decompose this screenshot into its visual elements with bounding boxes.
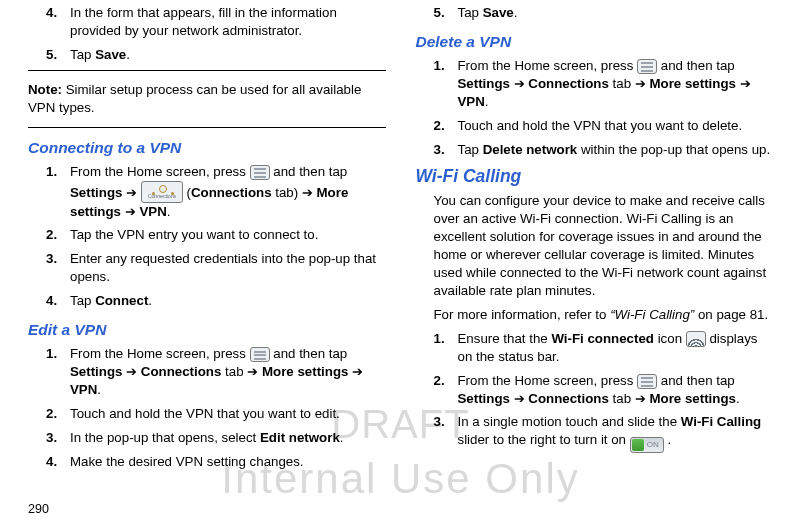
step-text: From the Home screen, press and then tap… — [70, 163, 386, 221]
text: and then tap — [657, 373, 735, 388]
bold-text: Settings — [458, 391, 510, 406]
bold-text: Settings — [458, 76, 510, 91]
list-item: 5. Tap Save. — [46, 46, 386, 64]
list-item: 2. Tap the VPN entry you want to connect… — [46, 226, 386, 244]
arrow: ➔ — [510, 391, 528, 406]
step-number: 3. — [46, 429, 70, 447]
step-text: Tap Save. — [70, 46, 386, 64]
heading-wifi-calling: Wi-Fi Calling — [416, 165, 774, 189]
arrow: ➔ — [510, 76, 528, 91]
step-number: 2. — [434, 372, 458, 408]
bold-text: More settings — [262, 364, 348, 379]
text: Tap — [458, 5, 483, 20]
arrow: ➔ — [348, 364, 363, 379]
text: . — [340, 430, 344, 445]
arrow: ➔ — [247, 364, 262, 379]
step-text: Tap Connect. — [70, 292, 386, 310]
text: and then tap — [270, 164, 348, 179]
step-number: 4. — [46, 4, 70, 40]
list-item: 4. Tap Connect. — [46, 292, 386, 310]
bold-text: Connections — [528, 76, 609, 91]
text: tab) — [272, 185, 302, 200]
text: From the Home screen, press — [458, 373, 638, 388]
italic-text: “Wi-Fi Calling” — [610, 307, 698, 322]
bold-text: Connect — [95, 293, 148, 308]
list-item: 1. From the Home screen, press and then … — [46, 345, 386, 399]
text: . — [126, 47, 130, 62]
right-column: 5. Tap Save. Delete a VPN 1. From the Ho… — [416, 2, 774, 477]
text: In the pop-up that opens, select — [70, 430, 260, 445]
arrow: ➔ — [302, 185, 317, 200]
step-number: 3. — [46, 250, 70, 286]
text: Tap — [458, 142, 483, 157]
list-item: 2. From the Home screen, press and then … — [434, 372, 774, 408]
bold-text: Settings — [70, 364, 122, 379]
step-number: 2. — [46, 405, 70, 423]
bold-text: VPN — [458, 94, 485, 109]
menu-icon — [250, 165, 270, 180]
bold-text: Wi-Fi connected — [551, 331, 654, 346]
list-item: 3. In a single motion touch and slide th… — [434, 413, 774, 453]
step-number: 2. — [434, 117, 458, 135]
arrow: ➔ — [125, 204, 140, 219]
step-number: 1. — [434, 57, 458, 111]
bold-text: More settings — [649, 76, 735, 91]
text: tab — [221, 364, 247, 379]
text: and then tap — [270, 346, 348, 361]
bold-text: Connections — [528, 391, 609, 406]
text: . — [148, 293, 152, 308]
bold-text: Delete network — [483, 142, 578, 157]
connections-icon: Connections — [141, 181, 183, 203]
bold-text: Connections — [141, 364, 222, 379]
step-text: In the pop-up that opens, select Edit ne… — [70, 429, 386, 447]
bold-text: More settings — [649, 391, 735, 406]
text: In a single motion touch and slide the — [458, 414, 681, 429]
bold-text: Edit network — [260, 430, 340, 445]
bold-text: VPN — [139, 204, 166, 219]
step-number: 1. — [46, 345, 70, 399]
text: From the Home screen, press — [458, 58, 638, 73]
list-item: 3. In the pop-up that opens, select Edit… — [46, 429, 386, 447]
list-item: 2. Touch and hold the VPN that you want … — [434, 117, 774, 135]
text: tab — [609, 76, 635, 91]
text: Tap — [70, 293, 95, 308]
text: slider to the right to turn it on — [458, 432, 630, 447]
text: From the Home screen, press — [70, 164, 250, 179]
list-item: 1. From the Home screen, press and then … — [46, 163, 386, 221]
bold-text: Wi-Fi Calling — [681, 414, 761, 429]
step-text: Make the desired VPN setting changes. — [70, 453, 386, 471]
toggle-label: ON — [647, 440, 659, 449]
text: For more information, refer to — [434, 307, 611, 322]
list-item: 1. Ensure that the Wi-Fi connected icon … — [434, 330, 774, 366]
bold-text: Settings — [70, 185, 122, 200]
text: and then tap — [657, 58, 735, 73]
step-text: Touch and hold the VPN that you want to … — [70, 405, 386, 423]
list-item: 1. From the Home screen, press and then … — [434, 57, 774, 111]
step-text: In the form that appears, fill in the in… — [70, 4, 386, 40]
arrow: ➔ — [736, 76, 751, 91]
heading-delete: Delete a VPN — [416, 32, 774, 53]
arrow: ➔ — [122, 185, 140, 200]
note-text: Similar setup process can be used for al… — [28, 82, 361, 115]
step-number: 5. — [46, 46, 70, 64]
menu-icon — [250, 347, 270, 362]
list-item: 2. Touch and hold the VPN that you want … — [46, 405, 386, 423]
step-text: In a single motion touch and slide the W… — [458, 413, 774, 453]
text: . — [664, 432, 671, 447]
step-number: 1. — [46, 163, 70, 221]
heading-edit: Edit a VPN — [28, 320, 386, 341]
list-item: 4. In the form that appears, fill in the… — [46, 4, 386, 40]
heading-connecting: Connecting to a VPN — [28, 138, 386, 159]
bold-text: VPN — [70, 382, 97, 397]
menu-icon — [637, 374, 657, 389]
menu-icon — [637, 59, 657, 74]
arrow: ➔ — [635, 391, 650, 406]
step-text: Touch and hold the VPN that you want to … — [458, 117, 774, 135]
arrow: ➔ — [635, 76, 650, 91]
list-item: 3. Enter any requested credentials into … — [46, 250, 386, 286]
step-text: From the Home screen, press and then tap… — [458, 57, 774, 111]
bold-text: Save — [95, 47, 126, 62]
icon-label: Connections — [142, 193, 182, 200]
step-text: From the Home screen, press and then tap… — [70, 345, 386, 399]
text: Ensure that the — [458, 331, 552, 346]
